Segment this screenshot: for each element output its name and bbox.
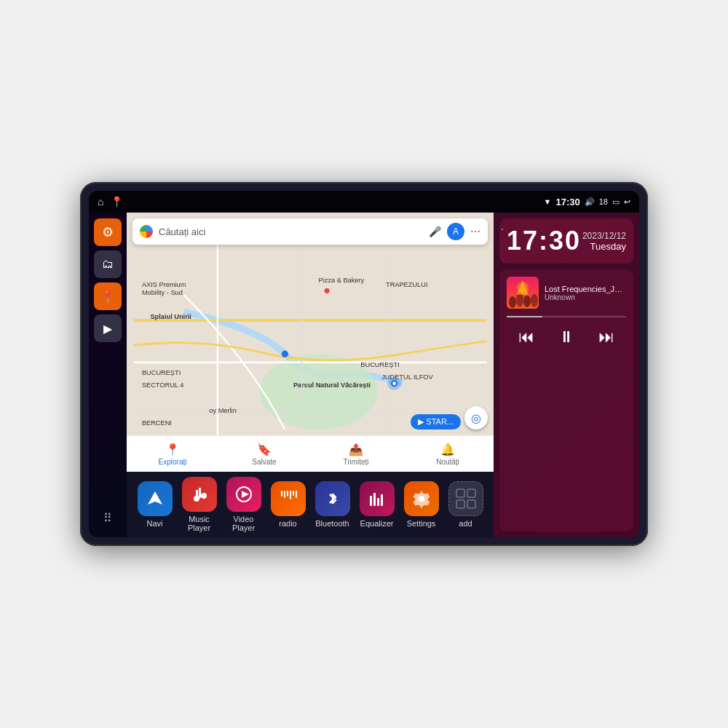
svg-rect-33 bbox=[281, 491, 282, 496]
map-nav-explore[interactable]: 📍 Explorați bbox=[127, 443, 218, 466]
app-equalizer[interactable]: Equalizer bbox=[355, 481, 399, 528]
map-search-input[interactable]: Căutați aici bbox=[159, 226, 423, 237]
svg-rect-30 bbox=[196, 490, 198, 500]
svg-rect-36 bbox=[290, 491, 291, 499]
bluetooth-label: Bluetooth bbox=[315, 519, 349, 528]
next-button[interactable]: ⏭ bbox=[593, 325, 620, 349]
svg-rect-42 bbox=[381, 494, 383, 506]
start-button[interactable]: ▶ STAR... bbox=[411, 414, 461, 430]
app-video-player[interactable]: Video Player bbox=[221, 477, 266, 532]
news-label: Noutăți bbox=[436, 458, 459, 466]
music-progress-fill bbox=[507, 316, 542, 317]
music-player-icon bbox=[182, 477, 217, 512]
clock-date: 2023/12/12 Tuesday bbox=[582, 231, 626, 252]
prev-button[interactable]: ⏮ bbox=[513, 325, 540, 349]
pause-button[interactable]: ⏸ bbox=[553, 325, 580, 349]
music-controls: ⏮ ⏸ ⏭ bbox=[507, 325, 626, 349]
svg-text:Mobility - Sud: Mobility - Sud bbox=[142, 289, 183, 296]
music-info: Lost Frequencies_Janie... Unknown bbox=[507, 277, 626, 309]
navi-icon bbox=[138, 481, 173, 516]
sidebar-settings-btn[interactable]: ⚙ bbox=[94, 218, 122, 246]
svg-text:BUCUREȘTI: BUCUREȘTI bbox=[142, 369, 181, 376]
svg-text:SECTORUL 4: SECTORUL 4 bbox=[142, 381, 183, 389]
google-logo bbox=[140, 225, 153, 238]
map-settings-icon[interactable]: ⋯ bbox=[470, 226, 480, 237]
news-icon: 🔔 bbox=[440, 443, 455, 456]
saved-icon: 🔖 bbox=[257, 443, 272, 456]
svg-point-52 bbox=[531, 294, 538, 307]
map-nav-saved[interactable]: 🔖 Salvate bbox=[218, 443, 310, 466]
app-radio[interactable]: radio bbox=[266, 481, 310, 528]
app-music-player[interactable]: Music Player bbox=[177, 477, 221, 532]
music-text: Lost Frequencies_Janie... Unknown bbox=[545, 285, 626, 301]
device-frame: ⌂ 📍 ▼ 17:30 🔊 18 ▭ ↩ bbox=[80, 182, 648, 546]
svg-marker-26 bbox=[148, 491, 162, 505]
battery-icon: ▭ bbox=[612, 197, 620, 207]
files-icon: 🗂 bbox=[102, 258, 114, 271]
app-navi[interactable]: Navi bbox=[132, 481, 177, 528]
svg-rect-45 bbox=[467, 489, 475, 497]
account-icon[interactable]: A bbox=[447, 223, 464, 240]
svg-rect-35 bbox=[287, 491, 288, 496]
svg-text:AXIS Premium: AXIS Premium bbox=[142, 281, 186, 288]
svg-text:BERCENI: BERCENI bbox=[142, 419, 172, 427]
right-panel: 17:30 2023/12/12 Tuesday bbox=[494, 213, 639, 537]
sidebar-files-btn[interactable]: 🗂 bbox=[94, 250, 122, 278]
send-icon: 📤 bbox=[349, 443, 363, 456]
radio-label: radio bbox=[279, 519, 296, 528]
equalizer-label: Equalizer bbox=[360, 519, 394, 528]
battery-level: 18 bbox=[599, 197, 608, 206]
settings-app-icon bbox=[404, 481, 439, 516]
svg-rect-46 bbox=[456, 500, 464, 508]
sidebar-nav-btn[interactable]: ▶ bbox=[94, 314, 122, 342]
home-icon[interactable]: ⌂ bbox=[98, 196, 103, 207]
svg-rect-44 bbox=[456, 489, 464, 497]
video-player-label: Video Player bbox=[221, 515, 266, 532]
app-settings[interactable]: Settings bbox=[399, 481, 443, 528]
explore-icon: 📍 bbox=[165, 443, 180, 456]
svg-rect-29 bbox=[199, 488, 201, 498]
svg-text:Pizza & Bakery: Pizza & Bakery bbox=[319, 277, 365, 284]
status-bar: ⌂ 📍 ▼ 17:30 🔊 18 ▭ ↩ bbox=[89, 191, 639, 213]
svg-point-49 bbox=[509, 296, 516, 308]
map-nav-send[interactable]: 📤 Trimiteți bbox=[310, 443, 402, 466]
saved-label: Salvate bbox=[252, 458, 276, 466]
svg-rect-47 bbox=[467, 500, 475, 508]
wifi-icon: ▼ bbox=[544, 197, 552, 206]
svg-rect-34 bbox=[284, 491, 285, 498]
clock-date-year: 2023/12/12 bbox=[582, 231, 626, 241]
settings-icon: ⚙ bbox=[102, 224, 114, 240]
svg-point-51 bbox=[523, 296, 531, 307]
map-search-bar[interactable]: Căutați aici 🎤 A ⋯ bbox=[132, 218, 488, 245]
clock-widget: 17:30 2023/12/12 Tuesday bbox=[499, 218, 633, 264]
app-bluetooth[interactable]: Bluetooth bbox=[310, 481, 355, 528]
music-artist: Unknown bbox=[545, 293, 626, 301]
map-area: Căutați aici 🎤 A ⋯ Parcul Natural Văc bbox=[127, 213, 494, 537]
equalizer-icon bbox=[360, 481, 395, 516]
clock-date-day: Tuesday bbox=[582, 241, 626, 252]
music-player-label: Music Player bbox=[177, 515, 221, 532]
svg-point-1 bbox=[260, 354, 378, 430]
map-container[interactable]: Căutați aici 🎤 A ⋯ Parcul Natural Văc bbox=[127, 213, 494, 472]
map-bottom-nav: 📍 Explorați 🔖 Salvate 📤 Trimiteți 🔔 Nout… bbox=[127, 435, 494, 472]
map-pin-icon: 📍 bbox=[100, 290, 115, 304]
device-screen: ⌂ 📍 ▼ 17:30 🔊 18 ▭ ↩ bbox=[89, 191, 639, 537]
sidebar-maps-btn[interactable]: 📍 bbox=[94, 282, 122, 310]
arrow-icon: ▶ bbox=[103, 322, 112, 336]
add-icon bbox=[448, 481, 483, 516]
music-progress-bar[interactable] bbox=[507, 316, 626, 317]
sidebar-grid-btn[interactable]: ⠿ bbox=[94, 504, 122, 531]
svg-rect-40 bbox=[373, 493, 376, 506]
back-icon[interactable]: ↩ bbox=[624, 197, 630, 207]
maps-status-icon[interactable]: 📍 bbox=[111, 196, 123, 207]
map-nav-news[interactable]: 🔔 Noutăți bbox=[402, 443, 494, 466]
location-fab[interactable]: ◎ bbox=[464, 406, 488, 430]
mic-icon[interactable]: 🎤 bbox=[429, 226, 441, 237]
svg-marker-32 bbox=[242, 491, 249, 498]
left-sidebar: ⚙ 🗂 📍 ▶ ⠿ bbox=[89, 213, 127, 537]
settings-app-label: Settings bbox=[407, 519, 436, 528]
app-add[interactable]: add bbox=[443, 481, 488, 528]
clock-time: 17:30 bbox=[507, 226, 581, 256]
svg-point-22 bbox=[325, 288, 330, 293]
bluetooth-icon bbox=[315, 481, 350, 516]
